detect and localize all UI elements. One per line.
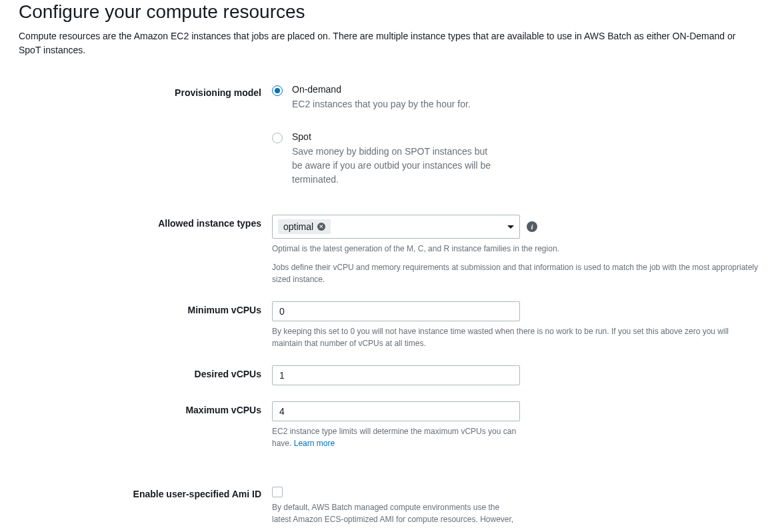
row-min-vcpus: Minimum vCPUs By keeping this set to 0 y… [19,301,759,349]
label-ami: Enable user-specified Ami ID [19,485,272,499]
page-title: Configure your compute resources [19,1,759,23]
row-ami: Enable user-specified Ami ID By default,… [19,485,759,525]
row-desired-vcpus: Desired vCPUs [19,365,759,385]
desired-vcpus-input[interactable] [272,365,520,385]
page-intro: Compute resources are the Amazon EC2 ins… [19,29,759,57]
row-instance-types: Allowed instance types optimal ✕ i Optim… [19,215,759,285]
info-icon[interactable]: i [527,221,537,232]
label-instance-types: Allowed instance types [19,215,272,229]
radio-label-spot: Spot [292,131,499,142]
radio-option-on-demand[interactable]: On-demand EC2 instances that you pay by … [272,84,759,111]
label-min-vcpus: Minimum vCPUs [19,301,272,315]
instance-types-select[interactable]: optimal ✕ [272,215,520,239]
label-max-vcpus: Maximum vCPUs [19,401,272,415]
label-provisioning-model: Provisioning model [19,84,272,98]
radio-option-spot[interactable]: Spot Save money by bidding on SPOT insta… [272,131,759,187]
radio-desc-spot: Save money by bidding on SPOT instances … [292,145,499,187]
min-vcpus-help: By keeping this set to 0 you will not ha… [272,325,759,349]
radio-on-demand[interactable] [272,85,283,96]
learn-more-link[interactable]: Learn more [294,439,335,448]
row-max-vcpus: Maximum vCPUs EC2 instance type limits w… [19,401,759,449]
ami-checkbox[interactable] [272,487,283,497]
label-desired-vcpus: Desired vCPUs [19,365,272,379]
caret-down-icon [507,225,514,229]
remove-tag-icon[interactable]: ✕ [317,223,325,231]
min-vcpus-input[interactable] [272,301,520,321]
max-vcpus-input[interactable] [272,401,520,421]
instance-type-tag[interactable]: optimal ✕ [278,219,331,234]
radio-desc-on-demand: EC2 instances that you pay by the hour f… [292,97,471,111]
radio-spot[interactable] [272,133,283,143]
instance-type-tag-label: optimal [283,221,313,232]
instance-types-help-2: Jobs define their vCPU and memory requir… [272,261,759,285]
radio-label-on-demand: On-demand [292,84,471,95]
ami-help: By default, AWS Batch managed compute en… [272,501,520,525]
max-vcpus-help: EC2 instance type limits will determine … [272,425,520,449]
row-provisioning-model: Provisioning model On-demand EC2 instanc… [19,84,759,187]
instance-types-help-1: Optimal is the latest generation of the … [272,243,759,255]
